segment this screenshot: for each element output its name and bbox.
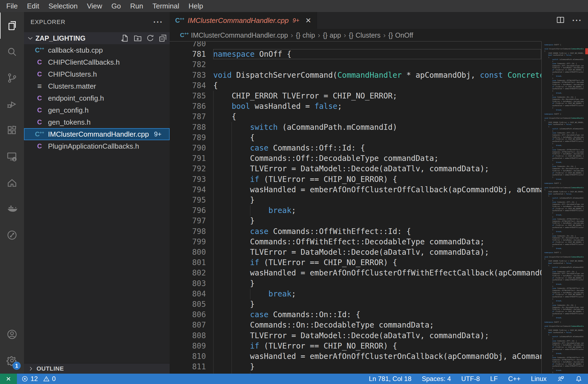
code-line-807[interactable]: 807 Commands::On::DecodableType commandD… — [170, 320, 541, 330]
code-line-810[interactable]: 810 wasHandled = emberAfOnOffClusterOnCa… — [170, 351, 541, 362]
code-line-805[interactable]: 805 } — [170, 299, 541, 310]
file-item-gen_tokens.h[interactable]: Cgen_tokens.h — [24, 116, 170, 128]
activity-gitlens[interactable] — [0, 222, 24, 248]
breadcrumb: C++IMClusterCommandHandler.cpp›{}chip›{}… — [170, 29, 588, 41]
status-linux[interactable]: Linux — [531, 375, 547, 383]
file-label: Clusters.matter — [48, 82, 96, 91]
explorer-more-actions-icon[interactable]: ··· — [153, 19, 163, 25]
file-item-callback-stub.cpp[interactable]: C++callback-stub.cpp — [24, 44, 170, 56]
code-line-806[interactable]: 806 case Commands::On::Id: { — [170, 310, 541, 320]
activity-remote-explorer[interactable] — [0, 143, 24, 170]
code-line-798[interactable]: 798 case Commands::OffWithEffect::Id: { — [170, 226, 541, 237]
breadcrumb-item-IMClusterCommandHandler.cpp[interactable]: C++IMClusterCommandHandler.cpp — [180, 31, 288, 39]
activity-run-debug[interactable] — [0, 91, 24, 117]
status-lf[interactable]: LF — [490, 375, 498, 383]
activity-source-control[interactable] — [0, 65, 24, 91]
code-line-786[interactable]: 786 bool wasHandled = false; — [170, 101, 541, 112]
bell-icon[interactable] — [575, 375, 583, 383]
code-text: { — [213, 80, 218, 91]
code-line-790[interactable]: 790 case Commands::Off::Id: { — [170, 143, 541, 153]
line-number: 787 — [170, 112, 206, 122]
code-line-792[interactable]: 792 TLVError = DataModel::Decode(aDataTl… — [170, 164, 541, 174]
code-line-797[interactable]: 797 } — [170, 216, 541, 226]
menu-help[interactable]: Help — [184, 0, 208, 12]
code-line-785[interactable]: 785 CHIP_ERROR TLVError = CHIP_NO_ERROR; — [170, 91, 541, 101]
code-line-800[interactable]: 800 TLVError = DataModel::Decode(aDataTl… — [170, 247, 541, 257]
breadcrumb-item-chip[interactable]: {}chip — [296, 31, 315, 39]
file-item-PluginApplicationCallbacks.h[interactable]: CPluginApplicationCallbacks.h — [24, 140, 170, 152]
activity-home[interactable] — [0, 170, 24, 196]
status-spaces-4[interactable]: Spaces: 4 — [422, 375, 451, 383]
code-line-796[interactable]: 796 break; — [170, 205, 541, 216]
code-line-804[interactable]: 804 break; — [170, 289, 541, 299]
menu-selection[interactable]: Selection — [44, 0, 82, 12]
feedback-icon[interactable] — [557, 375, 565, 383]
code-line-802[interactable]: 802 wasHandled = emberAfOnOffClusterOffW… — [170, 268, 541, 278]
code-line-808[interactable]: 808 TLVError = DataModel::Decode(aDataTl… — [170, 331, 541, 341]
editor-more-actions-icon[interactable]: ··· — [572, 18, 582, 23]
status-utf-8[interactable]: UTF-8 — [461, 375, 480, 383]
code-line-791[interactable]: 791 Commands::Off::DecodableType command… — [170, 153, 541, 164]
refresh-icon[interactable] — [146, 34, 155, 43]
code-editor[interactable]: 780781namespace OnOff {782783void Dispat… — [170, 41, 588, 374]
source-control-icon — [6, 72, 18, 84]
line-number: 788 — [170, 122, 206, 133]
code-line-794[interactable]: 794 wasHandled = emberAfOnOffClusterOffC… — [170, 185, 541, 195]
file-item-IMClusterCommandHandler.cpp[interactable]: C++IMClusterCommandHandler.cpp9+ — [24, 128, 170, 140]
activity-account[interactable] — [0, 321, 24, 347]
status-ln-781-col-18[interactable]: Ln 781, Col 18 — [369, 375, 411, 383]
tab-close-icon[interactable]: ✕ — [305, 16, 311, 25]
breadcrumb-item-app[interactable]: {}app — [323, 31, 341, 39]
code-line-784[interactable]: 784{ — [170, 80, 541, 91]
code-line-799[interactable]: 799 Commands::OffWithEffect::DecodableTy… — [170, 237, 541, 247]
menu-edit[interactable]: Edit — [22, 0, 44, 12]
breadcrumb-item-OnOff[interactable]: {}OnOff — [388, 31, 413, 39]
split-editor-icon[interactable] — [556, 15, 565, 26]
menu-terminal[interactable]: Terminal — [148, 0, 184, 12]
folder-section-header[interactable]: ZAP_LIGHTING — [24, 32, 170, 44]
menu-go[interactable]: Go — [107, 0, 126, 12]
code-line-787[interactable]: 787 { — [170, 112, 541, 122]
activity-search[interactable] — [0, 39, 24, 65]
chevron-down-icon[interactable] — [26, 34, 34, 42]
outline-section-header[interactable]: OUTLINE — [24, 363, 170, 374]
code-line-803[interactable]: 803 } — [170, 278, 541, 289]
file-item-endpoint_config.h[interactable]: Cendpoint_config.h — [24, 92, 170, 104]
code-line-793[interactable]: 793 if (TLVError == CHIP_NO_ERROR) { — [170, 174, 541, 185]
code-line-781[interactable]: 781namespace OnOff { — [170, 49, 541, 59]
minimap[interactable]: namespace OnOff { void DispatchServerCom… — [543, 41, 584, 374]
activity-settings[interactable]: 1 — [0, 347, 24, 374]
code-line-801[interactable]: 801 if (TLVError == CHIP_NO_ERROR) { — [170, 257, 541, 268]
code-line-809[interactable]: 809 if (TLVError == CHIP_NO_ERROR) { — [170, 341, 541, 351]
file-item-CHIPClientCallbacks.h[interactable]: CCHIPClientCallbacks.h — [24, 56, 170, 68]
remote-indicator[interactable] — [0, 374, 17, 384]
code-line-782[interactable]: 782 — [170, 59, 541, 70]
menu-view[interactable]: View — [82, 0, 107, 12]
code-line-811[interactable]: 811 } — [170, 362, 541, 372]
menu-run[interactable]: Run — [125, 0, 148, 12]
new-file-icon[interactable] — [121, 34, 130, 43]
activity-docker[interactable] — [0, 196, 24, 222]
breadcrumb-item-Clusters[interactable]: {}Clusters — [349, 31, 380, 39]
activity-extensions[interactable] — [0, 117, 24, 143]
code-text: wasHandled = emberAfOnOffClusterOnCallba… — [213, 351, 541, 362]
new-folder-icon[interactable] — [133, 34, 142, 43]
tab-imclustercommandhandler[interactable]: C++ IMClusterCommandHandler.cpp 9+ ✕ — [170, 12, 317, 29]
code-line-780[interactable]: 780 — [170, 41, 541, 49]
file-item-Clusters.matter[interactable]: ≡Clusters.matter — [24, 80, 170, 92]
file-item-gen_config.h[interactable]: Cgen_config.h — [24, 104, 170, 116]
status-right-items: Ln 781, Col 18Spaces: 4UTF-8LFC++Linux — [369, 375, 547, 383]
code-line-789[interactable]: 789 { — [170, 133, 541, 143]
line-number: 784 — [170, 80, 206, 91]
activity-explorer[interactable] — [0, 13, 24, 39]
menu-file[interactable]: File — [2, 0, 22, 12]
code-line-788[interactable]: 788 switch (aCommandPath.mCommandId) — [170, 122, 541, 133]
code-line-795[interactable]: 795 } — [170, 195, 541, 205]
file-item-CHIPClusters.h[interactable]: CCHIPClusters.h — [24, 68, 170, 80]
collapse-all-icon[interactable] — [158, 34, 167, 43]
code-line-783[interactable]: 783void DispatchServerCommand(CommandHan… — [170, 70, 541, 80]
problems-status[interactable]: 12 0 — [17, 375, 56, 383]
status-c-[interactable]: C++ — [508, 375, 520, 383]
file-label: PluginApplicationCallbacks.h — [48, 142, 139, 151]
cpp-file-icon: C++ — [175, 17, 184, 24]
